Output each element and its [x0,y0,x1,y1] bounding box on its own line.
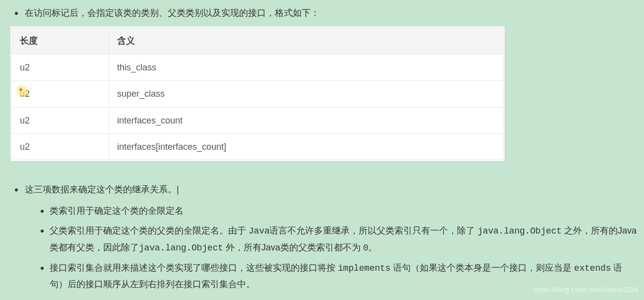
header-meaning: 含义 [109,28,504,54]
table-row: u2 interfaces_count [12,107,504,133]
code-extends: extends [574,263,611,273]
code-java: Java [249,226,269,236]
sub-list: 类索引用于确定这个类的全限定名 父类索引用于确定这个类的父类的全限定名。由于 J… [25,203,639,293]
table-header-row: 长度 含义 [12,28,504,54]
header-length: 长度 [12,28,109,54]
cell-length-text: u2 [20,89,30,99]
watermark-text: https://blog.csdn.net/xiaotai1234 [533,284,638,296]
cell-length: u2 [12,133,109,160]
table-row: + u2 super_class [12,81,504,107]
cell-length: u2 [12,107,109,133]
cell-length-highlighted: + u2 [12,81,109,107]
cell-meaning: interfaces[interfaces_count] [109,133,504,160]
code-object2: java.lang.Object [139,243,223,253]
text-part: 父类索引用于确定这个类的父类的全限定名。由于 [50,226,249,236]
cell-meaning: interfaces_count [109,107,504,133]
text-part: 接口索引集合就用来描述这个类实现了哪些接口，这些被实现的接口将按 [50,263,338,273]
text-part: 外，所有Java类的父类索引都不为 [223,242,363,252]
sub-item-super-index: 父类索引用于确定这个类的父类的全限定名。由于 Java语言不允许多重继承，所以父… [50,223,639,256]
code-zero: 0 [363,243,369,253]
inheritance-bullet: 这三项数据来确定这个类的继承关系。 类索引用于确定这个类的全限定名 父类索引用于… [25,181,639,292]
intro-text: 在访问标记后，会指定该类的类别、父类类别以及实现的接口，格式如下： [25,8,320,18]
text-part: 。 [368,242,377,252]
sub-item-class-index: 类索引用于确定这个类的全限定名 [50,203,639,219]
text-part: 语句（如果这个类本身是一个接口，则应当是 [390,263,574,273]
code-object1: java.lang.Object [477,226,562,236]
intro-bullet: 在访问标记后，会指定该类的类别、父类类别以及实现的接口，格式如下： [25,5,639,21]
table-row: u2 this_class [12,54,504,80]
table-row: u2 interfaces[interfaces_count] [12,133,504,160]
class-format-table-wrapper: 长度 含义 u2 this_class + u2 super_class u2 … [10,26,505,162]
sub-item-text: 类索引用于确定这个类的全限定名 [50,206,184,216]
cell-meaning: this_class [109,54,504,80]
inheritance-text: 这三项数据来确定这个类的继承关系。 [25,184,179,194]
cell-meaning: super_class [109,81,504,107]
class-format-table: 长度 含义 u2 this_class + u2 super_class u2 … [11,27,504,160]
cell-length: u2 [12,54,109,80]
code-implements: implements [338,263,390,273]
details-list: 这三项数据来确定这个类的继承关系。 类索引用于确定这个类的全限定名 父类索引用于… [5,181,639,292]
top-list: 在访问标记后，会指定该类的类别、父类类别以及实现的接口，格式如下： [5,5,639,21]
text-part: 语言不允许多重继承，所以父类索引只有一个，除了 [269,226,477,236]
